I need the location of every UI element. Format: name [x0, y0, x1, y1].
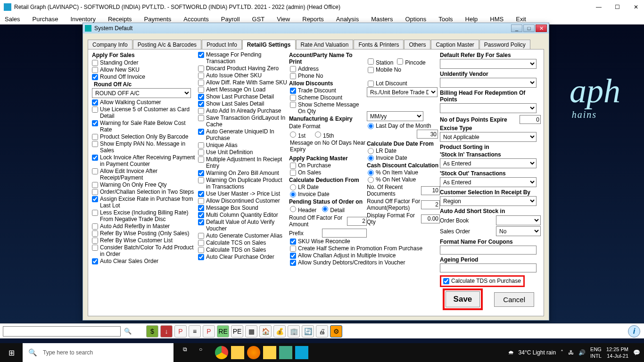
chk-station[interactable]	[368, 58, 374, 65]
chk-consider-batch[interactable]	[92, 245, 98, 251]
menu-sales[interactable]: Sales	[5, 16, 20, 23]
sales-order-select[interactable]: No	[496, 226, 541, 236]
chk-sku-reconcile[interactable]	[290, 239, 296, 245]
stock-out-select[interactable]: As Entered	[440, 177, 537, 187]
toolbar-icon-3[interactable]: P	[174, 325, 187, 337]
chk-less-excise[interactable]	[92, 210, 98, 216]
chk-show-last-purchase[interactable]	[198, 94, 204, 100]
search-icon[interactable]: 🔍	[123, 326, 133, 337]
file-explorer-icon[interactable]	[231, 346, 244, 359]
close-icon[interactable]: ✕	[634, 4, 640, 10]
chk-alert-on-load[interactable]	[198, 87, 204, 93]
chevron-up-icon[interactable]: ˄	[561, 349, 563, 356]
chk-allow-edit-invoice[interactable]	[92, 168, 98, 174]
radio-lr-date-due[interactable]	[368, 148, 374, 154]
radio-15th[interactable]	[315, 132, 321, 138]
tab-retailg-settings[interactable]: RetailG Settings	[242, 40, 296, 49]
radio-invoice-date-due[interactable]	[368, 155, 374, 161]
order-book-select[interactable]	[496, 215, 541, 225]
menu-analysis[interactable]: Analysis	[336, 16, 359, 23]
chk-on-purchase[interactable]	[290, 163, 296, 169]
app-icon-2[interactable]	[295, 346, 308, 359]
recent-docs-input[interactable]	[421, 186, 440, 195]
chk-use-license-5[interactable]	[92, 107, 98, 113]
chk-round-off-invoice[interactable]	[92, 74, 98, 80]
maximize-icon[interactable]: ☐	[615, 4, 621, 10]
chk-msg-box-sound[interactable]	[198, 205, 204, 211]
menu-hms[interactable]: HMS	[490, 16, 504, 23]
cust-sel-receipt-select[interactable]: Region	[440, 196, 537, 206]
info-icon[interactable]: i	[628, 325, 640, 337]
radio-pending-detail[interactable]	[322, 206, 328, 212]
chk-phone[interactable]	[290, 73, 296, 79]
radio-1st[interactable]	[290, 132, 296, 138]
stock-in-select[interactable]: As Entered	[440, 158, 537, 168]
tab-caption-master[interactable]: Caption Master	[431, 40, 479, 49]
chk-warn-sale-rate[interactable]	[92, 120, 98, 126]
chk-calc-tds-sales[interactable]	[198, 247, 204, 253]
radio-lr-date-ded[interactable]	[290, 184, 296, 190]
dialog-maximize-icon[interactable]: □	[523, 25, 535, 32]
chk-assign-excise-rate[interactable]	[92, 196, 98, 202]
language-indicator[interactable]: ENGINTL	[590, 346, 602, 359]
menu-payroll[interactable]: Payroll	[221, 16, 240, 23]
chk-multi-adj-receipt[interactable]	[198, 156, 204, 163]
chk-warn-zero-bill[interactable]	[198, 170, 204, 176]
cancel-button[interactable]: Cancel	[494, 292, 534, 307]
app-icon-1[interactable]	[279, 346, 292, 359]
chk-default-auto-verify[interactable]	[198, 219, 204, 225]
cortana-icon[interactable]: ○	[199, 346, 212, 359]
app-search-input[interactable]	[3, 326, 121, 337]
chk-order-challan-two-steps[interactable]	[92, 189, 98, 195]
chk-use-user-master-pricelist[interactable]	[198, 191, 204, 197]
chk-auto-gen-cust-alias[interactable]	[198, 233, 204, 239]
round-off-factor-input[interactable]	[347, 217, 367, 226]
days-expiry-input[interactable]	[417, 130, 438, 139]
prefix-input[interactable]	[322, 229, 367, 238]
toolbar-icon-1[interactable]: $	[146, 325, 158, 337]
chk-auto-add-referby[interactable]	[92, 223, 98, 230]
chk-auto-clear-sales-order[interactable]	[92, 258, 98, 264]
chk-referby-customer-list[interactable]	[92, 238, 98, 244]
tab-product-info[interactable]: Product Info	[202, 40, 242, 49]
dialog-close-icon[interactable]: ✕	[536, 25, 547, 32]
radio-invoice-date-ded[interactable]	[290, 191, 296, 197]
chk-lock-invoice[interactable]	[92, 155, 98, 161]
chk-auto-gen-uniqueid[interactable]	[198, 129, 204, 135]
display-format-qty-input[interactable]	[421, 214, 440, 223]
chk-use-unit-def[interactable]	[198, 149, 204, 156]
rof-reports-input[interactable]	[421, 200, 440, 209]
tab-company-info[interactable]: Company Info	[88, 40, 132, 49]
coupon-format-input[interactable]	[440, 246, 537, 255]
chk-show-scheme-msg[interactable]	[290, 102, 296, 108]
weather-icon[interactable]: 🌧	[508, 349, 514, 356]
chk-lot-discount[interactable]	[368, 81, 374, 87]
menu-purchase[interactable]: Purchase	[33, 16, 58, 23]
menu-help[interactable]: Help	[465, 16, 478, 23]
radio-last-day[interactable]	[368, 123, 374, 129]
toolbar-icon-8[interactable]: ▦	[245, 325, 257, 337]
chk-warn-free-qty[interactable]	[92, 182, 98, 188]
start-button[interactable]: ⊞	[0, 343, 23, 362]
firefox-icon[interactable]	[247, 346, 260, 359]
chk-unique-alias[interactable]	[198, 142, 204, 148]
chk-allow-new-sku[interactable]	[92, 67, 98, 73]
chk-warn-dup-product[interactable]	[198, 177, 204, 183]
chk-mobile[interactable]	[368, 67, 374, 73]
round-off-ac-select[interactable]: ROUND OFF A/C	[92, 88, 191, 98]
toolbar-icon-14[interactable]: ⚙	[330, 325, 342, 337]
volume-icon[interactable]: 🔊	[578, 349, 586, 356]
tab-posting[interactable]: Posting A/c & Barcodes	[133, 40, 201, 49]
default-refer-by-select[interactable]	[440, 59, 537, 69]
menu-exit[interactable]: Exit	[516, 16, 526, 23]
chk-multi-col-qty-editor[interactable]	[198, 212, 204, 218]
minimize-icon[interactable]: —	[596, 4, 603, 10]
chk-on-sales[interactable]	[290, 170, 296, 176]
radio-pct-net-value[interactable]	[368, 177, 374, 183]
chk-address[interactable]	[290, 66, 296, 72]
chk-allow-challan-adjust[interactable]	[290, 253, 296, 259]
radio-pct-item-value[interactable]	[368, 170, 374, 176]
menu-reports[interactable]: Reports	[302, 16, 324, 23]
chk-auto-add-already-purchase[interactable]	[198, 108, 204, 114]
toolbar-icon-11[interactable]: 🏢	[288, 325, 300, 337]
